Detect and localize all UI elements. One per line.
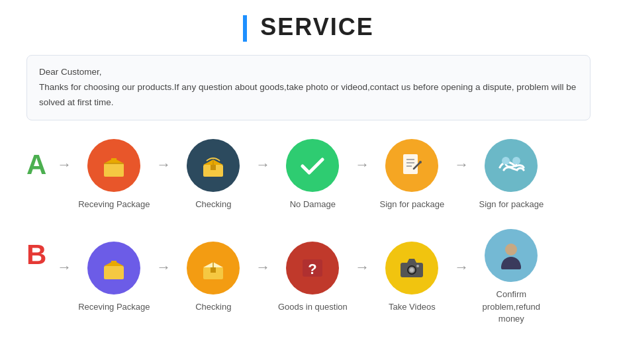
step-a5-label: Sign for package (479, 199, 544, 210)
row-b-label: B (26, 229, 46, 269)
svg-rect-17 (111, 261, 117, 266)
step-b1-label: Receving Package (78, 301, 150, 313)
step-a4-label: Sign for package (380, 199, 445, 210)
arrow-b3: → (355, 259, 369, 296)
title-accent (243, 15, 247, 42)
svg-point-28 (505, 244, 517, 255)
arrow-a1: → (156, 156, 171, 193)
step-b2-label: Checking (195, 301, 231, 313)
row-a-steps: → Receving Package → (54, 139, 591, 210)
svg-point-26 (410, 268, 414, 272)
step-a1: Receving Package (74, 139, 154, 210)
svg-rect-18 (111, 266, 117, 271)
step-b2: Checking (173, 242, 253, 313)
arrow-a4: → (454, 156, 469, 193)
arrow-a0: → (57, 156, 71, 193)
flow-row-a: A → Receving Package → (26, 139, 591, 210)
step-a2-icon (187, 139, 240, 192)
svg-point-27 (416, 265, 419, 267)
svg-point-13 (502, 157, 510, 165)
row-b-steps: → Receving Package → (54, 229, 591, 325)
arrow-b1: → (156, 259, 171, 296)
step-b4-icon (385, 242, 438, 295)
step-b2-icon (187, 242, 240, 295)
arrow-a3: → (355, 156, 369, 193)
step-a2: Checking (173, 139, 253, 210)
step-b5-label: Confirm problem,refund money (471, 289, 551, 325)
svg-rect-2 (111, 158, 117, 163)
step-a3-label: No Damage (290, 199, 336, 210)
step-b1: Receving Package (74, 242, 154, 313)
step-b5-icon (485, 229, 538, 282)
step-a3: No Damage (273, 139, 352, 210)
flow-row-b: B → Receving Package → (26, 229, 591, 325)
arrow-b4: → (454, 259, 469, 296)
step-b4-label: Take Videos (389, 301, 436, 313)
row-a-label: A (26, 139, 46, 179)
step-a5: Sign for package (471, 139, 551, 210)
arrow-a2: → (256, 156, 270, 193)
step-a4-icon (385, 139, 438, 192)
step-b1-icon (87, 242, 140, 295)
svg-rect-7 (403, 154, 418, 174)
notice-line2: Thanks for choosing our products.If any … (39, 80, 578, 111)
step-b5: Confirm problem,refund money (471, 229, 551, 325)
step-b3-icon: ? (286, 242, 339, 295)
svg-rect-29 (501, 265, 521, 269)
notice-line1: Dear Customer, (39, 65, 578, 80)
svg-rect-3 (111, 163, 117, 169)
arrow-b0: → (57, 259, 71, 296)
svg-text:?: ? (308, 261, 317, 277)
step-a2-label: Checking (195, 199, 231, 210)
step-a1-icon (87, 139, 140, 192)
svg-point-12 (419, 161, 422, 163)
svg-rect-6 (211, 165, 216, 170)
svg-point-14 (512, 157, 520, 165)
step-a1-label: Receving Package (78, 199, 150, 210)
step-a5-icon (485, 139, 538, 192)
notice-box: Dear Customer, Thanks for choosing our p… (26, 55, 591, 120)
step-b3: ? Goods in question (273, 242, 352, 313)
svg-rect-20 (211, 267, 216, 273)
step-b3-label: Goods in question (278, 301, 348, 313)
step-a3-icon (286, 139, 339, 192)
arrow-b2: → (256, 259, 270, 296)
step-b4: Take Videos (372, 242, 451, 313)
page-title: SERVICE (26, 13, 591, 42)
step-a4: Sign for package (372, 139, 451, 210)
